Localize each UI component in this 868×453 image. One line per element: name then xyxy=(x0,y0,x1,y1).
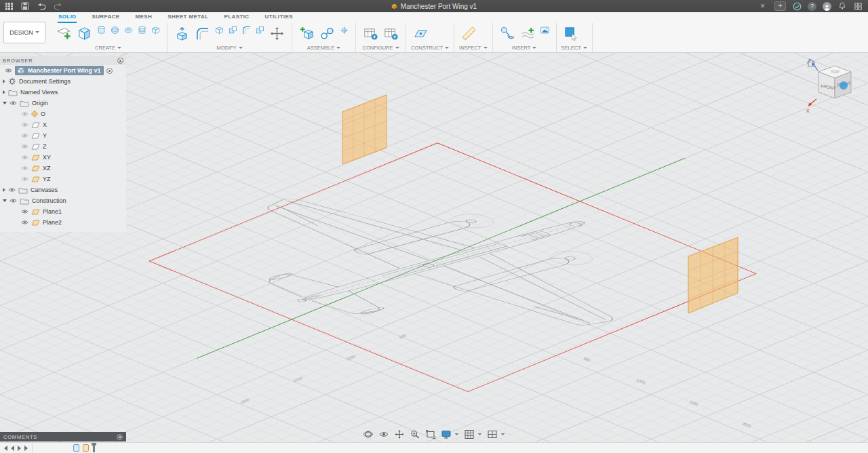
coil-icon[interactable] xyxy=(136,24,149,37)
collapse-arrow-icon[interactable] xyxy=(3,102,7,104)
combine-icon[interactable] xyxy=(226,24,239,37)
grid-snap-icon[interactable] xyxy=(465,429,482,439)
pipe-icon[interactable] xyxy=(149,24,162,37)
visibility-eye-icon[interactable] xyxy=(5,68,12,73)
profile-avatar[interactable] xyxy=(823,2,831,11)
workspace-switcher[interactable]: DESIGN xyxy=(3,22,45,43)
shell-icon[interactable] xyxy=(213,24,226,37)
box-icon[interactable] xyxy=(75,24,94,43)
create-sketch-icon[interactable] xyxy=(54,24,74,43)
collapse-arrow-icon[interactable] xyxy=(3,199,7,202)
assemble-dropdown[interactable]: ASSEMBLE xyxy=(297,44,351,52)
viewport[interactable]: 500 1000 1500 2000 500 1000 1500 2000 xyxy=(0,53,868,453)
offset-face-icon[interactable] xyxy=(240,24,253,37)
visibility-eye-icon[interactable] xyxy=(21,165,28,171)
tab-surface[interactable]: SURFACE xyxy=(91,12,120,23)
expand-arrow-icon[interactable] xyxy=(3,90,5,94)
job-status-icon[interactable] xyxy=(792,1,802,11)
help-icon[interactable] xyxy=(808,2,816,11)
visibility-eye-icon[interactable] xyxy=(21,209,28,214)
browser-item-document-settings[interactable]: Document Settings xyxy=(0,76,126,87)
notifications-bell-icon[interactable] xyxy=(837,1,847,11)
visibility-eye-icon[interactable] xyxy=(9,198,17,203)
split-body-icon[interactable] xyxy=(254,24,267,37)
visibility-eye-icon[interactable] xyxy=(21,122,28,127)
viewcube-orbit-dot[interactable] xyxy=(840,81,848,90)
browser-item-xz-plane[interactable]: XZ xyxy=(0,163,126,174)
browser-item-x-axis[interactable]: X xyxy=(0,119,126,130)
comments-expand-button[interactable] xyxy=(117,434,123,440)
modify-dropdown[interactable]: MODIFY xyxy=(172,44,287,52)
pan-icon[interactable] xyxy=(395,429,405,439)
fit-view-icon[interactable] xyxy=(426,429,436,439)
configuration-table-icon[interactable] xyxy=(381,24,401,43)
comments-bar[interactable]: COMMENTS xyxy=(0,432,126,441)
visibility-eye-icon[interactable] xyxy=(21,176,28,182)
expand-arrow-icon[interactable] xyxy=(3,79,5,83)
browser-item-canvases[interactable]: Canvases xyxy=(0,184,126,195)
joint-origin-icon[interactable] xyxy=(338,24,351,37)
visibility-eye-icon[interactable] xyxy=(21,144,28,149)
visibility-eye-icon[interactable] xyxy=(21,220,28,225)
zoom-icon[interactable] xyxy=(410,429,420,439)
fillet-icon[interactable] xyxy=(193,24,212,43)
tab-mesh[interactable]: MESH xyxy=(134,12,153,23)
move-copy-icon[interactable] xyxy=(267,24,287,43)
browser-item-origin-point[interactable]: O xyxy=(0,109,126,119)
measure-icon[interactable] xyxy=(459,24,479,43)
tab-plastic[interactable]: PLASTIC xyxy=(223,12,250,23)
timeline-feature-plane2[interactable] xyxy=(83,444,89,452)
redo-icon[interactable] xyxy=(53,1,62,11)
press-pull-icon[interactable] xyxy=(172,24,192,43)
sphere-icon[interactable] xyxy=(108,24,121,37)
new-component-icon[interactable] xyxy=(297,24,317,43)
timeline-play-icon[interactable] xyxy=(18,446,21,451)
aircraft-sketch[interactable] xyxy=(136,161,747,362)
insert-dropdown[interactable]: INSERT xyxy=(498,44,551,52)
browser-item-yz-plane[interactable]: YZ xyxy=(0,174,126,184)
torus-icon[interactable] xyxy=(122,24,135,37)
browser-item-origin[interactable]: Origin xyxy=(0,98,126,109)
timeline-scrubber[interactable] xyxy=(93,444,95,452)
viewports-icon[interactable] xyxy=(488,429,505,439)
save-icon[interactable] xyxy=(20,1,30,11)
timeline-step-back-icon[interactable] xyxy=(11,446,14,451)
insert-mesh-icon[interactable] xyxy=(518,24,538,43)
browser-item-named-views[interactable]: Named Views xyxy=(0,87,126,98)
construction-plane-1[interactable] xyxy=(342,95,387,164)
data-panel-icon[interactable] xyxy=(4,1,14,11)
browser-item-xy-plane[interactable]: XY xyxy=(0,152,126,163)
selected-row-highlight[interactable]: Manchester Port Wing v1 xyxy=(15,66,104,75)
browser-item-plane2[interactable]: Plane2 xyxy=(0,217,126,228)
select-tool-icon[interactable] xyxy=(561,24,581,43)
tab-solid[interactable]: SOLID xyxy=(58,12,77,23)
cylinder-icon[interactable] xyxy=(95,24,108,37)
timeline-skip-start-icon[interactable] xyxy=(4,446,7,451)
display-settings-icon[interactable] xyxy=(441,429,459,439)
activate-component-radio[interactable] xyxy=(106,68,113,74)
joint-icon[interactable] xyxy=(317,24,337,43)
construction-plane-icon[interactable] xyxy=(411,24,431,43)
visibility-eye-icon[interactable] xyxy=(21,155,28,160)
inspect-dropdown[interactable]: INSPECT xyxy=(459,44,488,52)
view-cube[interactable]: Z TOP FRONT RIGHT X xyxy=(804,56,865,118)
tab-sheet-metal[interactable]: SHEET METAL xyxy=(167,12,209,23)
visibility-eye-icon[interactable] xyxy=(9,100,17,106)
browser-item-construction[interactable]: Construction xyxy=(0,195,126,206)
visibility-eye-icon[interactable] xyxy=(21,111,28,117)
visibility-eye-icon[interactable] xyxy=(21,133,28,138)
create-dropdown[interactable]: CREATE xyxy=(54,44,162,52)
browser-collapse-button[interactable] xyxy=(117,58,123,64)
insert-derive-icon[interactable] xyxy=(498,24,517,43)
expand-arrow-icon[interactable] xyxy=(3,188,5,192)
close-tab-icon[interactable] xyxy=(760,1,768,11)
construct-dropdown[interactable]: CONSTRUCT xyxy=(411,44,449,52)
browser-item-y-axis[interactable]: Y xyxy=(0,130,126,141)
timeline-feature-plane1[interactable] xyxy=(73,444,79,452)
apps-grid-icon[interactable] xyxy=(853,1,863,11)
undo-icon[interactable] xyxy=(37,1,46,11)
canvas-image-icon[interactable] xyxy=(538,24,551,37)
select-dropdown[interactable]: SELECT xyxy=(561,44,587,52)
browser-item-root[interactable]: Manchester Port Wing v1 xyxy=(0,65,126,76)
look-at-icon[interactable] xyxy=(379,429,389,439)
